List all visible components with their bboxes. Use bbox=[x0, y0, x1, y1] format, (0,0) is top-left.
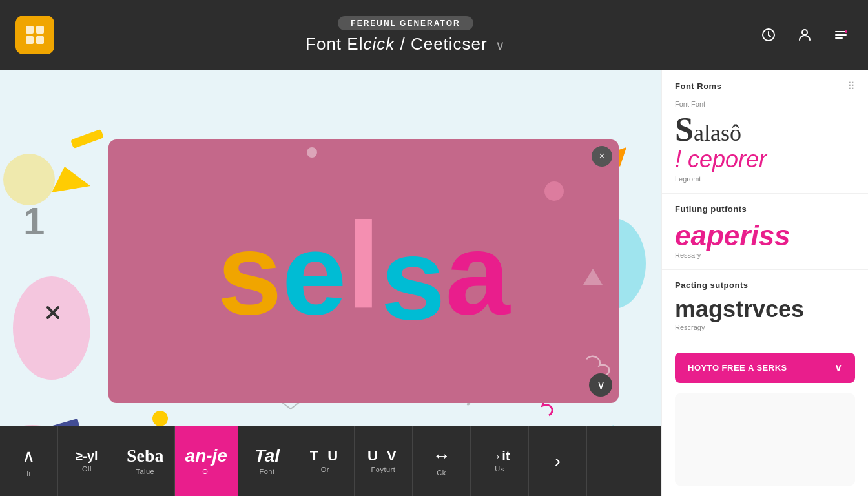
back-icon: ∧ bbox=[22, 446, 36, 467]
modal-text-area: s e l s a bbox=[108, 140, 619, 403]
letter-l: l bbox=[347, 203, 381, 326]
clock-icon bbox=[761, 27, 776, 43]
main-canvas: ♪ 1 s e l bbox=[0, 70, 661, 496]
style-preview: ≥-yl bbox=[76, 450, 98, 462]
header: FEREUNL GENERATOR Font Elcick / Ceeticse… bbox=[0, 0, 868, 70]
sidebar-section-futlung: Futlung putfonts eaperiss Ressary bbox=[662, 194, 868, 270]
font-bar-item-back[interactable]: ∧ li bbox=[0, 426, 58, 496]
next-icon: › bbox=[555, 451, 561, 471]
font-bar-item-uv[interactable]: U V Foyturt bbox=[355, 426, 413, 496]
font-bar-label-arrowit: Us bbox=[495, 465, 504, 473]
font-bar-label-back: li bbox=[27, 470, 31, 477]
user-icon bbox=[797, 27, 812, 43]
svg-point-5 bbox=[802, 30, 807, 35]
letter-s2: s bbox=[380, 221, 445, 337]
pairing-sub: Rescragy bbox=[675, 324, 705, 331]
header-icons bbox=[757, 23, 852, 46]
user-icon-button[interactable] bbox=[793, 23, 816, 46]
svg-point-6 bbox=[845, 30, 847, 33]
cta-label: HOYTO FREE A SERKS bbox=[688, 363, 787, 373]
font-bar-item-arrowit[interactable]: →it Us bbox=[471, 426, 529, 496]
section-title-2: Futlung putfonts bbox=[675, 204, 747, 214]
section-header-2: Futlung putfonts bbox=[675, 204, 855, 214]
header-center: FEREUNL GENERATOR Font Elcick / Ceeticse… bbox=[305, 16, 506, 54]
canvas-number: 1 bbox=[23, 199, 45, 243]
modal-expand-button[interactable]: ∨ bbox=[589, 373, 612, 397]
section-title-1: Font Roms bbox=[675, 81, 721, 91]
menu-icon-button[interactable] bbox=[829, 23, 852, 46]
section-header-3: Pacting sutponts bbox=[675, 280, 855, 290]
header-title: Font Elcick / Ceeticser ∨ bbox=[305, 34, 506, 54]
menu-icon bbox=[833, 27, 849, 43]
letter-s: s bbox=[217, 216, 282, 332]
preview-salaso: Salasô bbox=[675, 113, 741, 147]
svg-point-7 bbox=[13, 276, 90, 380]
sidebar-font-alt: eaperiss Ressary bbox=[675, 222, 855, 259]
preview-ceporer: ! ceporer bbox=[675, 148, 767, 171]
font-preview-modal: s e l s a × ∨ bbox=[108, 140, 619, 403]
font-bar-label-tu: Or bbox=[321, 466, 329, 473]
pairing-preview-magstrvces: magstrvces bbox=[675, 298, 804, 321]
font-bar-label-tal: Font bbox=[259, 468, 274, 475]
font-bar-label-anje: Ol bbox=[202, 468, 210, 475]
sidebar-pairing: magstrvces Rescragy bbox=[675, 298, 855, 331]
logo[interactable] bbox=[16, 16, 54, 54]
modal-close-button[interactable]: × bbox=[592, 146, 612, 167]
font-bar-label-arrows: Ck bbox=[437, 469, 446, 477]
font-bar-item-tu[interactable]: T U Or bbox=[296, 426, 355, 496]
sidebar-bottom-preview bbox=[675, 393, 855, 486]
font-bar-label-style: Oll bbox=[82, 465, 92, 473]
svg-rect-0 bbox=[26, 26, 34, 34]
font-bar-item-style[interactable]: ≥-yl Oll bbox=[58, 426, 116, 496]
section-title-3: Pacting sutponts bbox=[675, 280, 748, 290]
svg-rect-2 bbox=[26, 36, 34, 44]
svg-rect-3 bbox=[36, 36, 44, 44]
font-bar-item-seba[interactable]: Seba Talue bbox=[116, 426, 175, 496]
svg-point-14 bbox=[152, 411, 168, 426]
font-bar-item-anje[interactable]: an-je Ol bbox=[175, 426, 238, 496]
svg-rect-9 bbox=[70, 129, 104, 149]
cta-button[interactable]: HOYTO FREE A SERKS ∨ bbox=[675, 353, 855, 383]
letter-e: e bbox=[282, 216, 346, 332]
grid-icon: ⠿ bbox=[847, 80, 855, 92]
sidebar-section-font-roms: Font Roms ⠿ Font Font Salasô ! ceporer L… bbox=[662, 70, 868, 194]
uv-preview: U V bbox=[367, 449, 399, 463]
font-bar: ∧ li ≥-yl Oll Seba Talue an-je Ol Tal Fo… bbox=[0, 426, 661, 496]
preview-sub-1: Legromt bbox=[675, 175, 701, 183]
clock-icon-button[interactable] bbox=[757, 23, 780, 46]
sidebar-preview-main: Salasô ! ceporer Legromt bbox=[675, 113, 855, 183]
letter-a: a bbox=[446, 216, 510, 332]
font-bar-item-tal[interactable]: Tal Font bbox=[238, 426, 296, 496]
sidebar: Font Roms ⠿ Font Font Salasô ! ceporer L… bbox=[661, 70, 868, 496]
font-bar-label-seba: Talue bbox=[136, 468, 154, 475]
logo-icon bbox=[23, 23, 46, 46]
sidebar-section-pacting: Pacting sutponts magstrvces Rescragy bbox=[662, 270, 868, 342]
tu-preview: T U bbox=[310, 449, 340, 463]
anje-preview: an-je bbox=[185, 447, 227, 465]
selsa-display: s e l s a bbox=[217, 210, 510, 333]
arrows-icon: ↔ bbox=[432, 446, 450, 466]
tal-preview: Tal bbox=[254, 447, 280, 465]
font-font-label: Font Font bbox=[675, 100, 855, 108]
cta-chevron-icon: ∨ bbox=[834, 362, 843, 374]
font-bar-item-arrows[interactable]: ↔ Ck bbox=[413, 426, 471, 496]
svg-rect-1 bbox=[36, 26, 44, 34]
chevron-down-icon[interactable]: ∨ bbox=[495, 38, 506, 52]
arrowit-preview: →it bbox=[489, 450, 510, 462]
section-header-1: Font Roms ⠿ bbox=[675, 80, 855, 92]
svg-point-10 bbox=[3, 154, 55, 205]
font-bar-item-next[interactable]: › bbox=[529, 426, 587, 496]
font-bar-label-uv: Foyturt bbox=[371, 466, 396, 473]
seba-preview: Seba bbox=[127, 447, 164, 465]
alt-preview-sub: Ressary bbox=[675, 251, 701, 259]
header-banner: FEREUNL GENERATOR bbox=[338, 16, 473, 30]
alt-preview-eaperiss: eaperiss bbox=[675, 222, 790, 250]
title-text: Font Elcick / Ceeticser ∨ bbox=[305, 34, 506, 54]
